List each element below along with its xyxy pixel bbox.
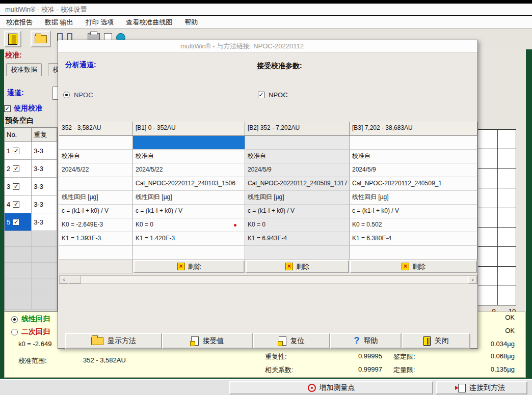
npoc-checkbox-option[interactable]: ✓ NPOC	[258, 91, 288, 99]
tab-calibration-data[interactable]: 校准数据	[6, 63, 42, 76]
col-no: No.	[5, 128, 32, 142]
delete-x-icon: ×	[285, 263, 293, 270]
correlation-label: 相关系数:	[265, 365, 294, 375]
delete-button-b3[interactable]: × 删除	[350, 260, 477, 273]
range-value: 352 - 3,582AU	[83, 356, 126, 364]
calibration-parameter-table: 352 - 3,582AU 校准自 2024/5/22 线性回归 [µg] c …	[59, 122, 477, 273]
linear-radio[interactable]	[11, 316, 18, 323]
show-method-button[interactable]: 显示方法	[65, 333, 162, 349]
table-row-empty	[5, 247, 57, 263]
npoc-checkbox-label: NPOC	[269, 91, 288, 99]
add-measurement-point-button[interactable]: 增加测量点	[229, 381, 433, 394]
quadratic-regression-option[interactable]: 二次回归	[11, 327, 50, 336]
param-cell[interactable]: K1 = 6.943E-4	[245, 232, 350, 246]
cell-text: K0 = 0	[136, 221, 153, 228]
table-row-empty	[5, 263, 57, 278]
sample-table: No. 重复 1✓ 3-3 2✓ 3-3 3✓ 3-3 4✓ 3-3 5✓ 3-…	[4, 127, 58, 312]
param-cell[interactable]: c = (k1·I + k0) / V	[133, 205, 245, 218]
delete-cell: × 删除	[133, 260, 245, 273]
param-cell[interactable]: 校准自	[245, 150, 350, 163]
npoc-radio-label: NPOC	[74, 91, 93, 99]
param-cell[interactable]: K0 = 0.502	[350, 218, 477, 232]
param-cell-selected[interactable]	[133, 136, 245, 150]
accept-values-button[interactable]: 接受值	[162, 333, 253, 349]
param-cell[interactable]: 校准自	[350, 150, 477, 163]
param-cell[interactable]: 2024/5/9	[245, 163, 350, 177]
param-cell[interactable]: 校准自	[59, 150, 133, 163]
param-cell[interactable]: Cal_NPOC-20220112_240103_1506	[133, 177, 245, 191]
reset-button[interactable]: 复位	[253, 333, 330, 349]
close-button[interactable]: 关闭	[402, 333, 470, 349]
param-cell[interactable]: Cal_NPOC-20220112_240509_1317	[245, 177, 350, 191]
scrollbar-thumb[interactable]	[69, 276, 81, 284]
row-checkbox[interactable]: ✓	[13, 183, 19, 190]
menu-calibration-report[interactable]: 校准报告	[0, 16, 39, 29]
use-calibration-row: ✓ 使用校准	[4, 104, 42, 113]
table-hscrollbar[interactable]: ‹ ›	[59, 275, 477, 284]
param-cell[interactable]	[133, 246, 245, 260]
param-cell[interactable]: K1 = 6.380E-4	[350, 232, 477, 246]
accept-params-heading: 接受校准参数:	[257, 62, 302, 71]
use-calibration-checkbox[interactable]: ✓	[4, 105, 11, 112]
param-cell[interactable]	[59, 246, 133, 260]
delete-button-b2[interactable]: × 删除	[246, 260, 349, 273]
row-no: 1	[7, 147, 10, 155]
row-rep: 3-3	[32, 178, 57, 195]
toolbar-open-button[interactable]	[31, 31, 51, 47]
toolbar-exit-button[interactable]	[4, 31, 21, 47]
accept-values-label: 接受值	[203, 336, 224, 346]
param-cell[interactable]: K0 = -2.649E-3	[59, 218, 133, 232]
npoc-radio[interactable]	[63, 92, 70, 98]
param-cell[interactable]: 线性回归 [µg]	[59, 191, 133, 205]
param-cell[interactable]	[59, 177, 133, 191]
table-row[interactable]: 4✓ 3-3	[5, 195, 57, 213]
param-cell[interactable]: K1 = 1.420E-3	[133, 232, 245, 246]
npoc-checkbox[interactable]: ✓	[258, 92, 264, 98]
link-to-method-button[interactable]: 连接到方法	[436, 381, 527, 394]
menu-data-output[interactable]: 数据 输出	[39, 16, 79, 29]
param-cell[interactable]: 线性回归 [µg]	[350, 191, 477, 205]
help-button[interactable]: ? 帮助	[330, 333, 402, 349]
column-header: [B2] 352 - 7,202AU	[245, 122, 350, 136]
param-cell[interactable]: 2024/5/22	[59, 163, 133, 177]
param-cell[interactable]	[245, 246, 350, 260]
param-cell[interactable]: c = (k1·I + k0) / V	[245, 205, 350, 218]
row-checkbox[interactable]: ✓	[13, 148, 19, 154]
param-cell[interactable]: 校准自	[133, 150, 245, 163]
table-row-selected[interactable]: 5✓ 3-3	[5, 213, 57, 231]
table-row[interactable]: 1✓ 3-3	[5, 142, 57, 160]
repeatability-label: 重复性:	[265, 352, 287, 361]
param-cell[interactable]: 2024/5/9	[350, 163, 477, 177]
param-cell[interactable]: 2024/5/22	[133, 163, 245, 177]
param-cell[interactable]: 线性回归 [µg]	[245, 191, 350, 205]
quadratic-radio[interactable]	[11, 329, 18, 335]
table-row[interactable]: 3✓ 3-3	[5, 178, 57, 195]
row-checkbox[interactable]: ✓	[13, 201, 19, 208]
param-cell[interactable]: 线性回归 [µg]	[133, 191, 245, 205]
chevron-left-icon[interactable]: ‹	[60, 276, 68, 284]
row-checkbox[interactable]: ✓	[13, 165, 19, 172]
param-cell[interactable]: K0 = 0	[245, 218, 350, 232]
delete-button-b1[interactable]: × 删除	[134, 260, 245, 273]
quant-limit-value: 0.135µg	[474, 365, 515, 373]
param-cell[interactable]: K1 = 1.393E-3	[59, 232, 133, 246]
menu-view-calibration-curve[interactable]: 查看校准曲线图	[120, 16, 178, 29]
chevron-right-icon[interactable]: ›	[468, 276, 477, 284]
param-column-b1: [B1] 0 - 352AU 校准自 2024/5/22 Cal_NPOC-20…	[133, 122, 245, 273]
linear-regression-option[interactable]: 线性回归	[11, 315, 50, 324]
param-cell[interactable]: c = (k1·I + k0) / V	[350, 205, 477, 218]
row-checkbox[interactable]: ✓	[13, 219, 19, 225]
param-cell[interactable]	[350, 246, 477, 260]
param-cell[interactable]: c = (k1·I + k0) / V	[59, 205, 133, 218]
npoc-radio-option[interactable]: NPOC	[63, 91, 93, 99]
menu-help[interactable]: 帮助	[178, 16, 204, 29]
param-cell[interactable]	[350, 136, 477, 150]
param-cell[interactable]	[245, 136, 350, 150]
param-cell[interactable]	[59, 136, 133, 150]
exit-door-icon	[8, 34, 17, 45]
tab-strip: 校准数据 校	[4, 63, 58, 76]
param-cell[interactable]: Cal_NPOC-20220112_240509_1	[350, 177, 477, 191]
table-row[interactable]: 2✓ 3-3	[5, 160, 57, 178]
menu-print-options[interactable]: 打印 选项	[79, 16, 120, 29]
param-cell[interactable]: K0 = 0	[133, 218, 245, 232]
